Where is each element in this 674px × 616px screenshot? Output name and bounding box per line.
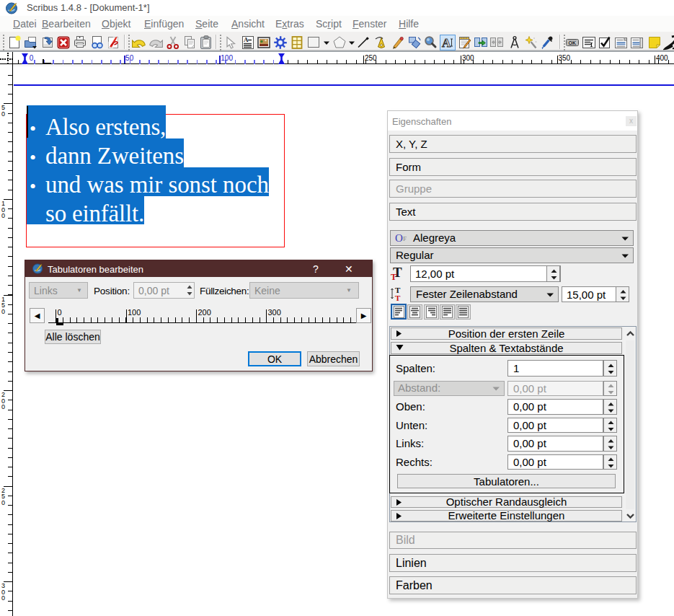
svg-text:O: O	[395, 232, 403, 244]
svg-text:T: T	[395, 294, 401, 302]
svg-text:F: F	[403, 235, 407, 242]
svg-text:T: T	[391, 272, 396, 282]
